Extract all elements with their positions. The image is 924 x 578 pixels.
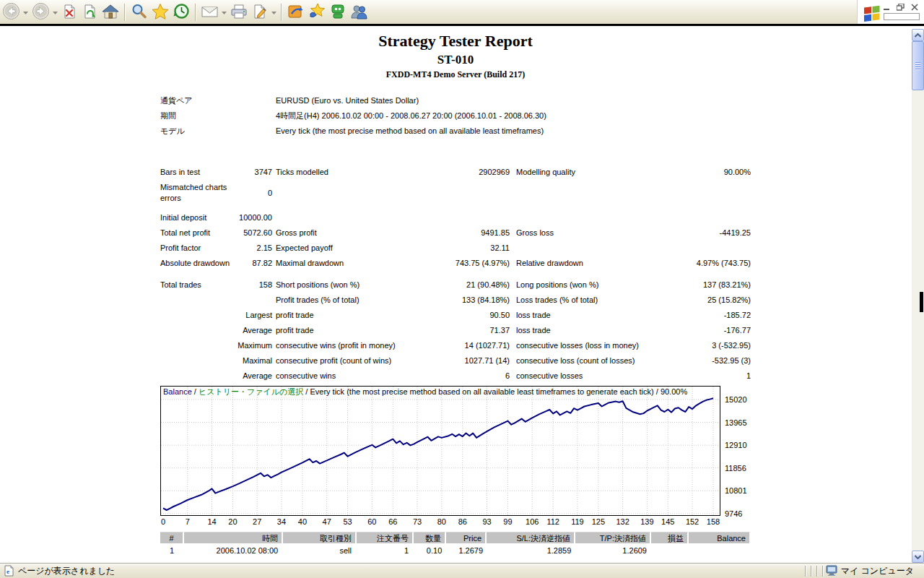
search-button[interactable] [128,3,149,22]
trades-data-cell [689,543,751,558]
x-axis-label: 20 [228,517,237,526]
stats-cell: consecutive wins6 [276,371,510,386]
stats-modelling: Bars in test3747Ticks modelled2902969Mod… [160,167,751,204]
stats-label: Initial deposit [160,212,206,223]
restore-button[interactable] [895,2,906,12]
scrollbar-thumb[interactable] [912,41,924,90]
mail-button[interactable] [199,3,221,22]
y-axis-label: 12910 [725,441,747,449]
report-title: Strategy Tester Report [160,32,751,51]
x-axis-label: 53 [343,517,352,526]
home-button[interactable] [100,3,121,22]
svg-text:e: e [6,568,9,575]
msn-button[interactable] [285,3,306,22]
edit-button[interactable] [250,3,271,22]
x-axis-label: 158 [707,517,720,526]
stats-value: 90.50 [489,310,510,321]
zone-text: マイ コンピュータ [841,565,914,577]
x-axis-label: 40 [298,517,307,526]
balance-chart: 1502013965129101185610801974607142027344… [160,386,751,529]
trades-data-cell [650,543,689,558]
scroll-down-button[interactable] [912,551,924,563]
trades-data-cell: 1 [355,543,412,558]
stats-value: -176.77 [724,325,751,336]
stats-row: Averageconsecutive wins6consecutive loss… [160,371,751,386]
x-axis-label: 14 [207,517,216,526]
stats-value: 21 (90.48%) [466,280,510,290]
stats-value: Maximal [243,355,272,366]
back-dropdown-icon[interactable] [23,8,28,17]
x-axis-label: 73 [413,517,422,526]
x-axis-label: 93 [482,517,491,526]
trades-data-cell: 2006.10.02 08:00 [183,543,282,558]
status-separator [822,566,824,577]
stats-label: consecutive loss (count of losses) [516,355,635,366]
stats-cell [276,212,510,228]
trades-header-cell: Price [446,532,487,543]
x-axis-label: 86 [458,517,467,526]
edit-dropdown-icon[interactable] [271,8,276,17]
close-button[interactable] [909,2,920,12]
stats-cell [516,243,751,258]
stats-row: Bars in test3747Ticks modelled2902969Mod… [160,167,751,182]
refresh-button[interactable] [79,3,100,22]
contacts-button[interactable] [348,3,370,22]
parameter-value: 4時間足(H4) 2006.10.02 00:00 - 2008.06.27 2… [276,111,546,126]
stats-cell [160,295,272,310]
forward-dropdown-icon[interactable] [53,8,58,17]
trades-header-cell: T/P:決済指値 [575,532,651,543]
messenger-button[interactable] [328,3,348,22]
stats-cell: consecutive losses (loss in money)3 (-53… [516,340,751,355]
balance-chart-svg: 1502013965129101185610801974607142027344… [160,386,751,527]
y-axis-label: 13965 [725,418,747,427]
history-button[interactable] [171,3,192,22]
stats-label: Gross profit [276,228,317,238]
stats-value: 137 (83.21%) [703,280,751,290]
trades-data-cell: 0.10 [412,543,445,558]
stats-trades: Total trades158Short positions (won %)21… [160,280,751,386]
parameter-label: 通貨ペア [160,95,276,111]
stats-label: Expected payoff [276,243,333,254]
stats-value: 0 [268,188,272,199]
trades-header-cell: 時間 [184,532,283,543]
page-content: Strategy Tester Report ST-010 FXDD-MT4 D… [0,26,924,563]
stats-cell: Maximal drawdown743.75 (4.97%) [276,258,510,273]
mail-dropdown-icon[interactable] [222,8,227,17]
stats-cell: loss trade-176.77 [516,325,751,340]
stats-value: Average [243,371,272,381]
my-computer-icon [826,565,837,577]
parameter-value: Every tick (the most precise method base… [276,126,544,141]
stop-icon [61,4,77,21]
stats-label: consecutive losses [516,371,583,381]
y-axis-label: 10801 [725,486,747,495]
stats-value: -532.95 (3) [712,355,751,366]
stats-value: 90.00% [724,167,751,178]
netmeeting-button[interactable] [306,3,328,22]
stats-label: consecutive wins (profit in money) [276,340,396,351]
stats-value: 158 [259,280,272,290]
scroll-up-button[interactable] [912,29,924,41]
stats-value: 71.37 [489,325,510,336]
stats-cell: Mismatched charts errors0 [160,182,272,204]
windows-logo-icon [860,1,882,25]
stats-value: 4.97% (743.75) [697,258,751,269]
mouse-cursor [920,292,923,312]
back-button[interactable] [0,3,22,22]
trades-data-row: 12006.10.02 08:00sell10.101.26791.28591.… [160,543,751,558]
print-button[interactable] [228,3,250,22]
favorites-button[interactable] [149,3,171,22]
parameter-label: 期間 [160,111,276,126]
status-separator [811,566,812,577]
stats-row: Total net profit5072.60Gross profit9491.… [160,228,751,243]
toolbar-separator [124,4,126,21]
netmeeting-icon [308,3,326,21]
status-separator [805,566,806,577]
stats-row: Maximalconsecutive profit (count of wins… [160,355,751,371]
minimize-button[interactable] [881,2,892,12]
x-axis-label: 145 [661,517,674,526]
stats-cell: Average [160,325,272,340]
stats-label: Loss trades (% of total) [516,295,598,306]
stop-button[interactable] [59,3,79,22]
x-axis-label: 139 [640,517,653,526]
forward-button[interactable] [30,3,52,22]
